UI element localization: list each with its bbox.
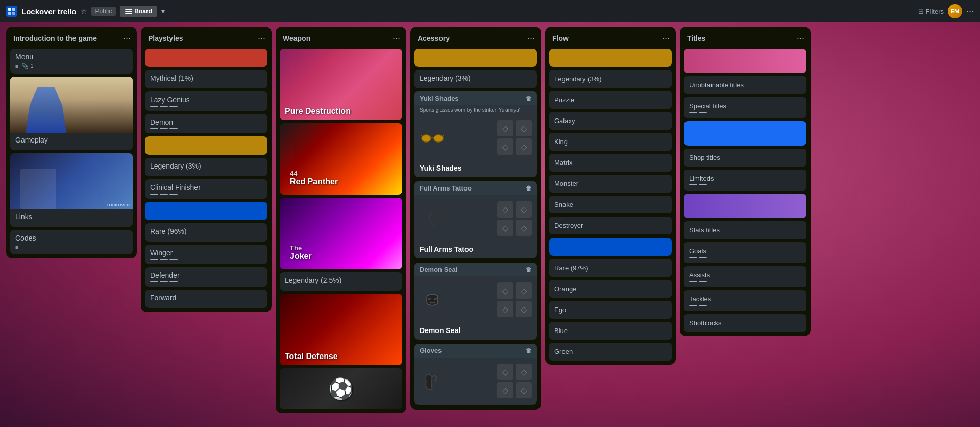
card-defender[interactable]: Defender [145,267,267,287]
card-clinical-finisher[interactable]: Clinical Finisher [145,179,267,199]
card-legendary-acc[interactable]: Legendary (3%) [414,70,537,88]
card-snake[interactable]: Snake [549,196,672,214]
card-puzzle[interactable]: Puzzle [549,91,672,109]
card-title-forward: Forward [150,294,262,302]
column-menu-titles[interactable]: ··· [797,33,804,43]
card-codes[interactable]: Codes ≡ [10,230,133,254]
star-icon[interactable]: ☆ [81,7,87,15]
strip-titles-unobtainable [684,49,806,73]
card-galaxy[interactable]: Galaxy [549,112,672,130]
card-demon-seal[interactable]: Demon Seal 🗑 ◇ ◇ ◇ ◇ [414,263,537,340]
card-title-clinical-finisher: Clinical Finisher [150,183,262,192]
card-title-assists: Assists [689,271,801,279]
card-shop-titles[interactable]: Shop titles [684,149,806,167]
lines-icon: ≡ [15,63,18,69]
column-title-accessory: Acessory [418,34,450,42]
board-view-button[interactable]: Board [120,6,157,17]
acc-body-gloves: ◇ ◇ ◇ ◇ [414,358,537,405]
card-legendary-playstyle[interactable]: Legendary (3%) [145,158,267,176]
card-monster[interactable]: Monster [549,175,672,193]
visibility-badge[interactable]: Public [91,7,116,16]
column-title-flow: Flow [552,34,569,42]
mask-icon [420,290,445,310]
card-tackles[interactable]: Tackles [684,290,806,311]
card-goals[interactable]: Goals [684,242,806,263]
tattoo-icon [420,208,445,229]
card-stats-titles[interactable]: Stats titles [684,221,806,239]
column-title-playstyles: Playstyles [148,34,183,42]
card-lines-defender [150,281,262,282]
card-lines-limiteds [689,184,801,185]
column-menu-accessory[interactable]: ··· [527,33,535,43]
card-matrix[interactable]: Matrix [549,154,672,172]
lines-icon-codes: ≡ [15,244,18,250]
card-gameplay[interactable]: Gameplay [10,77,133,150]
acc-header-demon: Demon Seal 🗑 [414,263,537,276]
card-icons-menu: ≡ 📎 1 [15,63,128,69]
card-lines-assists [689,281,801,282]
svg-rect-1 [12,8,15,11]
card-winger[interactable]: Winger [145,245,267,264]
avatar[interactable]: EM [948,4,962,18]
board: Introduction to the game ··· Menu ≡ 📎 1 … [0,22,980,427]
column-titles: Titles ··· Unobtainable titles Special t… [680,27,811,336]
card-special-titles[interactable]: Special titles [684,97,806,118]
trash-icon-demon[interactable]: 🗑 [526,266,532,273]
more-options-button[interactable]: ··· [966,6,974,17]
card-flow-rare[interactable]: Rare (97%) [549,259,672,277]
card-the-joker[interactable]: The Joker [280,198,402,269]
card-shotblocks[interactable]: Shotblocks [684,314,806,332]
acc-name-demon: Demon Seal [414,323,537,340]
card-pure-destruction[interactable]: Pure Destruction [280,49,402,120]
card-menu[interactable]: Menu ≡ 📎 1 [10,49,133,74]
card-green[interactable]: Green [549,343,672,361]
column-menu-weapon[interactable]: ··· [393,33,400,43]
card-44-red-panther[interactable]: 44 Red Panther [280,123,402,195]
gloves-icon [420,371,445,391]
card-blue[interactable]: Blue [549,322,672,340]
card-assists[interactable]: Assists [684,266,806,287]
trash-icon-yuki[interactable]: 🗑 [526,95,532,102]
card-total-defense[interactable]: Total Defense [280,294,402,365]
card-weapon-last[interactable]: ⚽ [280,368,402,409]
card-flow-legendary[interactable]: Legendary (3%) [549,70,672,88]
acc-slot-2: ◇ [516,120,532,136]
card-ego[interactable]: Ego [549,301,672,319]
filters-button[interactable]: ⊟ Filters [918,8,944,15]
column-menu-intro[interactable]: ··· [123,33,131,43]
acc-title-tattoo: Full Arms Tattoo [420,184,472,192]
column-menu-flow[interactable]: ··· [662,33,670,43]
card-lazy-genius[interactable]: Lazy Genius [145,91,267,111]
chevron-down-icon[interactable]: ▾ [161,7,165,15]
card-king[interactable]: King [549,133,672,151]
column-menu-playstyles[interactable]: ··· [258,33,265,43]
card-orange[interactable]: Orange [549,280,672,298]
card-title-matrix: Matrix [554,159,572,167]
card-gloves[interactable]: Gloves 🗑 ◇ ◇ ◇ ◇ [414,344,537,405]
card-legendary-weapon[interactable]: Legendary (2.5%) [280,272,402,291]
card-rare-playstyle[interactable]: Rare (96%) [145,223,267,242]
column-title-intro: Introduction to the game [13,34,97,42]
card-destroyer[interactable]: Destroyer [549,217,672,234]
strip-legendary [145,136,267,155]
trash-icon-tattoo[interactable]: 🗑 [526,185,532,192]
card-full-arms-tattoo[interactable]: Full Arms Tattoo 🗑 ◇ ◇ ◇ ◇ Fu [414,181,537,258]
card-forward[interactable]: Forward [145,290,267,308]
card-mythical[interactable]: Mythical (1%) [145,70,267,88]
card-unobtainable-titles[interactable]: Unobtainable titles [684,76,806,94]
card-yuki-shades[interactable]: Yuki Shades 🗑 Sports glasses worn by the… [414,91,537,177]
svg-point-4 [422,135,431,142]
weapon-img-defense: Total Defense [280,294,402,365]
weapon-img-joker: The Joker [280,198,402,269]
svg-point-10 [434,298,437,300]
board-name[interactable]: Lockover trello [21,7,77,16]
card-title-demon: Demon [150,118,262,126]
card-links[interactable]: LOCKOVER Links [10,153,133,227]
acc-title-yuki: Yuki Shades [420,94,459,102]
card-demon[interactable]: Demon [145,114,267,133]
svg-line-7 [421,135,422,136]
trash-icon-gloves[interactable]: 🗑 [526,347,532,354]
column-weapon: Weapon ··· Pure Destruction 44 Red Panth… [276,27,406,413]
column-header-intro: Introduction to the game ··· [10,31,133,45]
card-limiteds[interactable]: Limiteds [684,170,806,191]
